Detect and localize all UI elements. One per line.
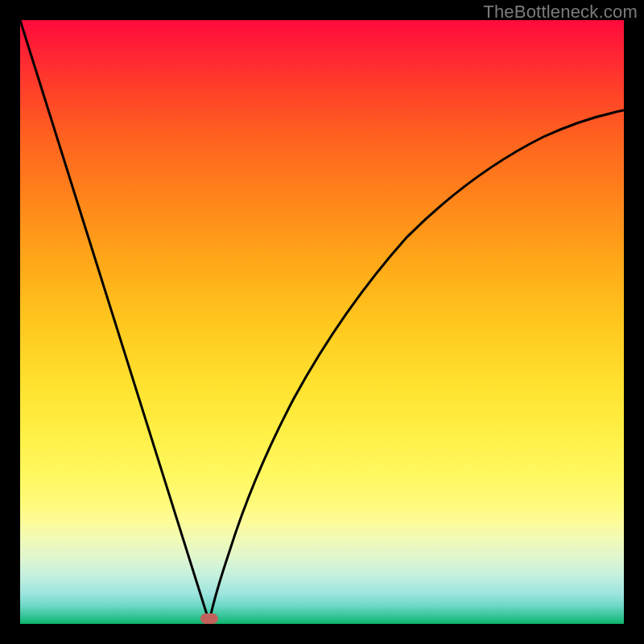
bottleneck-curve <box>20 20 624 624</box>
chart-frame: TheBottleneck.com <box>0 0 644 644</box>
optimum-marker <box>200 613 218 624</box>
plot-area <box>20 20 624 624</box>
curve-path <box>20 20 624 622</box>
